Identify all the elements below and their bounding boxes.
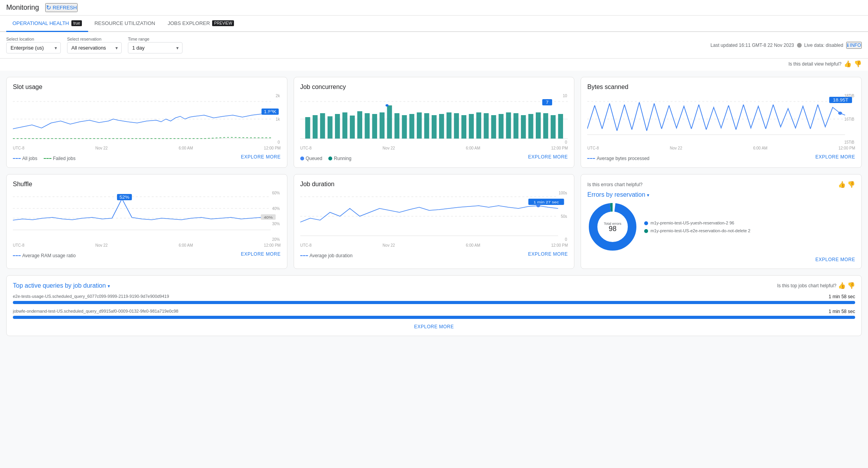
donut-legend: m1y-premio-test-US-yuesh-reservation-2 9…	[644, 221, 750, 233]
job-concurrency-footer: Queued Running EXPLORE MORE	[300, 153, 568, 161]
bottom-row: Top active queries by job duration ▾ Is …	[6, 275, 862, 342]
slot-usage-legend: All jobs Failed jobs	[13, 156, 76, 161]
legend-queued: Queued	[300, 156, 322, 161]
queries-thumbdown-button[interactable]: 👎	[847, 282, 855, 289]
tab-resource-utilization[interactable]: RESOURCE UTILIZATION	[88, 16, 161, 32]
query-1-bar-bg	[13, 301, 855, 304]
errors-thumbdown-button[interactable]: 👎	[847, 181, 855, 188]
info-button[interactable]: ℹ INFO	[846, 42, 862, 49]
svg-point-46	[385, 104, 388, 107]
queries-filter-chevron[interactable]: ▾	[108, 283, 110, 289]
location-label: Select location	[6, 37, 61, 41]
svg-rect-27	[439, 114, 444, 139]
helpful-row: Is this detail view helpful? 👍 👎	[0, 59, 868, 71]
slot-usage-explore[interactable]: EXPLORE MORE	[241, 154, 281, 160]
preview-badge: true	[71, 20, 82, 26]
timerange-select[interactable]: 1 day	[128, 42, 182, 53]
job-duration-svg: 1 min 27 sec	[300, 191, 568, 242]
svg-rect-16	[357, 111, 362, 139]
slot-usage-svg: 1.93K	[13, 94, 281, 144]
queries-filter-link[interactable]: job duration	[73, 282, 106, 289]
svg-rect-10	[312, 115, 317, 139]
charts-row-1: Slot usage 2k 1k 0	[6, 77, 862, 168]
reservation-select-group: Select reservation All reservations	[67, 37, 122, 53]
shuffle-explore[interactable]: EXPLORE MORE	[241, 251, 281, 257]
slot-usage-container: 2k 1k 0 1.93K	[13, 94, 281, 150]
svg-text:7: 7	[546, 100, 548, 104]
query-2-bar	[13, 316, 855, 319]
svg-rect-12	[328, 116, 333, 139]
svg-rect-11	[320, 113, 325, 139]
slot-usage-footer: All jobs Failed jobs EXPLORE MORE	[13, 153, 281, 161]
queries-header: Top active queries by job duration ▾ Is …	[13, 282, 855, 289]
donut-legend-item-1: m1y-premio-test-US-yuesh-reservation-2 9…	[644, 221, 750, 225]
svg-rect-34	[491, 115, 496, 139]
job-concurrency-legend: Queued Running	[300, 156, 351, 161]
errors-explore[interactable]: EXPLORE MORE	[815, 257, 855, 262]
svg-rect-28	[446, 112, 452, 139]
last-updated-text: Last updated 16:11 GMT-8 22 Nov 2023	[710, 43, 794, 48]
controls-right: Last updated 16:11 GMT-8 22 Nov 2023 Liv…	[710, 42, 862, 49]
errors-header: Is this errors chart helpful? 👍 👎	[587, 181, 855, 188]
job-concurrency-container: 10 0	[300, 94, 568, 150]
legend-line-avg-bytes	[587, 158, 595, 159]
svg-rect-29	[454, 113, 459, 139]
job-duration-footer: Average job duration EXPLORE MORE	[300, 250, 568, 258]
legend-failed-jobs: Failed jobs	[44, 156, 76, 161]
queries-helpful: Is this top jobs chart helpful? 👍 👎	[777, 282, 855, 289]
refresh-button[interactable]: ↻ REFRESH	[45, 3, 78, 12]
svg-rect-36	[506, 112, 511, 139]
queries-explore-center: EXPLORE MORE	[13, 324, 855, 329]
svg-rect-32	[476, 112, 481, 139]
job-concurrency-explore[interactable]: EXPLORE MORE	[528, 154, 568, 160]
donut-area: Total errors 98 m1y-premio-test-US-yuesh…	[587, 201, 855, 252]
bytes-scanned-yaxis: 18TiB 16TiB 15TiB	[844, 94, 855, 144]
tab-operational-health[interactable]: OPERATIONAL HEALTH true	[6, 16, 88, 32]
svg-rect-13	[335, 114, 340, 139]
svg-rect-19	[379, 112, 384, 139]
charts-row-2: Shuffle 60% 40% 30% 20%	[6, 174, 862, 269]
main-content: Slot usage 2k 1k 0	[0, 71, 868, 349]
shuffle-footer: Average RAM usage ratio EXPLORE MORE	[13, 250, 281, 258]
thumbdown-button[interactable]: 👎	[854, 60, 862, 68]
reservation-select-wrapper: All reservations	[67, 42, 122, 53]
job-duration-container: 100s 50s 0 1 min 27 sec	[300, 191, 568, 247]
errors-filter-link[interactable]: reservation	[615, 191, 645, 198]
shuffle-title: Shuffle	[13, 181, 281, 188]
queries-title: Top active queries by job duration ▾	[13, 282, 110, 289]
timerange-select-wrapper: 1 day	[128, 42, 182, 53]
query-1-duration: 1 min 58 sec	[829, 294, 855, 299]
svg-rect-18	[372, 114, 377, 139]
donut-dot-2	[644, 229, 648, 233]
errors-helpful-text: Is this errors chart helpful?	[587, 182, 642, 187]
query-row-1: e2e-tests-usage-US.scheduled_query_6077c…	[13, 294, 855, 304]
job-duration-yaxis: 100s 50s 0	[559, 191, 568, 242]
queries-explore[interactable]: EXPLORE MORE	[414, 324, 454, 329]
queries-thumbup-button[interactable]: 👍	[838, 282, 846, 289]
live-data-label: Live data: disabled	[804, 43, 843, 48]
svg-rect-42	[551, 115, 556, 139]
donut-dot-1	[644, 221, 648, 225]
top-queries-card: Top active queries by job duration ▾ Is …	[6, 275, 862, 336]
svg-rect-26	[432, 115, 437, 139]
svg-rect-25	[424, 113, 429, 139]
bytes-scanned-svg: 18.95T	[587, 94, 855, 144]
jobs-preview-badge: PREVIEW	[212, 20, 234, 26]
tab-jobs-explorer[interactable]: JOBS EXPLORER PREVIEW	[161, 16, 241, 32]
legend-line-all-jobs	[13, 158, 21, 159]
bytes-scanned-chart-area: 18TiB 16TiB 15TiB 18.95T	[587, 94, 855, 144]
errors-thumbup-button[interactable]: 👍	[838, 181, 846, 188]
reservation-select[interactable]: All reservations	[67, 42, 122, 53]
errors-filter-chevron[interactable]: ▾	[647, 192, 649, 198]
location-select[interactable]: Enterprise (us)	[6, 42, 61, 53]
thumbup-button[interactable]: 👍	[844, 60, 852, 68]
page-title: Monitoring	[6, 4, 39, 12]
job-concurrency-yaxis: 10 0	[563, 94, 568, 144]
svg-rect-17	[365, 113, 370, 139]
timerange-select-group: Time range 1 day	[128, 37, 182, 53]
job-duration-title: Job duration	[300, 181, 568, 188]
shuffle-legend: Average RAM usage ratio	[13, 253, 76, 258]
bytes-scanned-explore[interactable]: EXPLORE MORE	[815, 154, 855, 160]
legend-line-avg-duration	[300, 255, 308, 256]
job-duration-explore[interactable]: EXPLORE MORE	[528, 251, 568, 257]
